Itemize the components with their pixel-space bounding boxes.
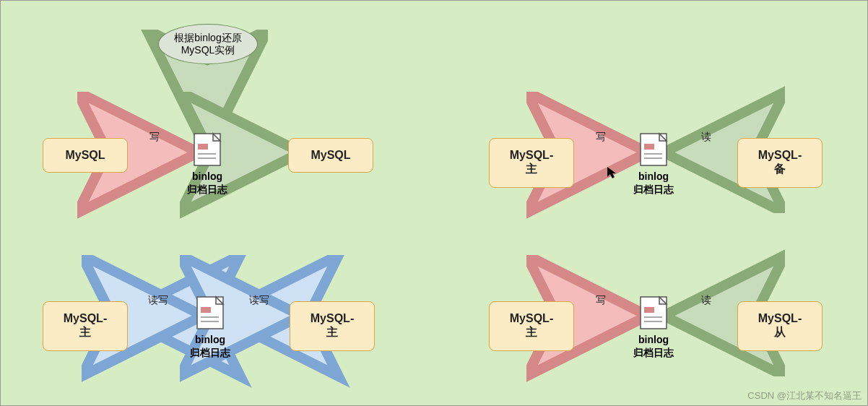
node-q4-left: MySQL-主	[489, 301, 574, 351]
doc-label-q1: binlog归档日志	[178, 167, 236, 196]
doc-icon-q4	[641, 297, 667, 329]
svg-rect-13	[644, 307, 654, 313]
doc-label-q3: binlog归档日志	[181, 330, 239, 359]
label-q3-left: 读写	[148, 294, 168, 307]
watermark: CSDN @江北某不知名逼王	[747, 389, 862, 402]
node-q3-right: MySQL-主	[290, 301, 375, 351]
doc-icon-q2	[641, 134, 667, 165]
svg-rect-12	[641, 297, 667, 329]
label-q4-write: 写	[596, 294, 606, 307]
node-q3-left: MySQL-主	[43, 301, 128, 351]
ellipse-restore: 根据binlog还原 MySQL实例	[158, 24, 258, 64]
node-q2-right: MySQL-备	[737, 138, 823, 188]
node-q2-left: MySQL-主	[489, 138, 574, 188]
svg-rect-4	[641, 134, 667, 165]
label-q2-write: 写	[596, 131, 606, 144]
doc-icon-q3	[197, 297, 223, 329]
svg-rect-9	[201, 307, 211, 313]
doc-label-q2: binlog归档日志	[625, 167, 682, 196]
svg-rect-8	[197, 297, 223, 329]
svg-rect-5	[644, 144, 654, 150]
doc-label-q4: binlog归档日志	[625, 330, 682, 359]
label-q3-right: 读写	[249, 294, 269, 307]
node-q1-left: MySQL	[43, 138, 128, 173]
node-q1-right: MySQL	[288, 138, 373, 173]
label-q4-read: 读	[701, 294, 711, 307]
cursor-icon	[606, 165, 617, 180]
svg-rect-1	[198, 144, 208, 150]
ellipse-text: 根据binlog还原 MySQL实例	[174, 32, 241, 56]
doc-icon-q1	[194, 134, 220, 165]
node-q4-right: MySQL-从	[737, 301, 823, 351]
diagram-canvas: 根据binlog还原 MySQL实例 MySQL MySQL binlog归档日…	[0, 0, 868, 406]
label-q1-write: 写	[149, 131, 160, 144]
label-q2-read: 读	[701, 131, 711, 144]
svg-rect-0	[194, 134, 220, 165]
